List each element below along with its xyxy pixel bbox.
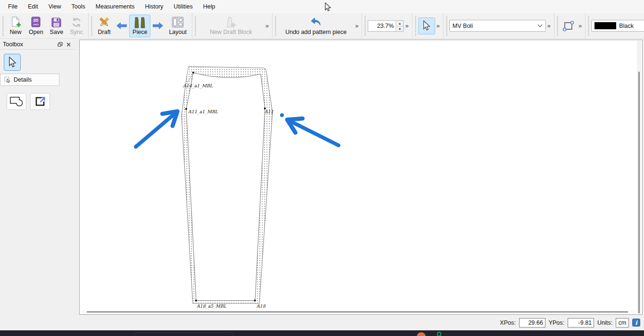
draft-block-toolbar-group: New Draft Block »: [192, 13, 272, 38]
zoom-spin-up-button[interactable]: ▲: [396, 21, 403, 26]
overflow-chevron[interactable]: »: [546, 22, 552, 29]
taskbar-search-pill[interactable]: [134, 332, 233, 336]
toolbar-drag-handle[interactable]: [274, 16, 277, 36]
ypos-value: -9.81: [568, 318, 594, 328]
label-font-value: MV Boli: [453, 23, 535, 29]
toolbar-drag-handle[interactable]: [414, 16, 417, 36]
label-font-dropdown[interactable]: MV Boli: [449, 20, 546, 32]
toolbox-float-button[interactable]: [56, 41, 64, 48]
open-button[interactable]: 2DSM2D Open: [25, 15, 47, 37]
draft-mode-label: Draft: [98, 29, 111, 35]
shape-tool-toolbar-group: »: [554, 13, 585, 38]
sync-button: Sync: [66, 15, 86, 37]
main-toolbar: New 2DSM2D Open Save Sync: [0, 13, 644, 39]
new-button[interactable]: New: [6, 15, 25, 37]
save-button[interactable]: Save: [47, 15, 67, 37]
color-swatch-black: [594, 22, 616, 29]
layout-mode-label: Layout: [169, 29, 187, 35]
zoom-spin-down-button[interactable]: ▼: [396, 26, 403, 31]
overflow-chevron[interactable]: »: [354, 22, 360, 29]
toolbox-header: Toolbox: [0, 40, 75, 50]
toolbar-drag-handle[interactable]: [556, 16, 559, 36]
sync-button-label: Sync: [70, 29, 83, 35]
info-button[interactable]: i: [632, 319, 640, 327]
new-button-label: New: [9, 29, 21, 35]
menu-file[interactable]: File: [3, 1, 23, 12]
cursor-arrow-icon: [8, 57, 17, 68]
horizontal-scrollbar-thumb[interactable]: [87, 311, 628, 312]
open-sm2d-file-icon: 2DSM2D: [31, 16, 41, 28]
save-button-label: Save: [50, 29, 64, 35]
menu-measurements[interactable]: Measurements: [91, 1, 140, 12]
units-label: Units:: [597, 319, 612, 326]
toolbox-details-label: Details: [14, 76, 32, 83]
layout-mode-button[interactable]: Layout: [165, 15, 190, 37]
piece-pattern-icon: [134, 16, 146, 28]
point-label-a11[interactable]: A11: [264, 109, 273, 114]
new-draft-block-button: New Draft Block: [198, 15, 264, 37]
export-details-tool-button[interactable]: [30, 93, 50, 110]
zoom-value[interactable]: 23.7%: [368, 23, 396, 29]
cursor-arrow-icon: [422, 20, 431, 32]
path-shape-tool-button[interactable]: [560, 17, 577, 34]
toolbar-drag-handle[interactable]: [364, 16, 366, 36]
taskbar-app-icon-green[interactable]: [437, 332, 441, 336]
taskbar-app-icon-orange[interactable]: [417, 332, 426, 336]
menu-tools[interactable]: Tools: [66, 1, 91, 12]
line-color-dropdown[interactable]: Black: [591, 20, 644, 32]
toolbar-drag-handle[interactable]: [91, 16, 93, 36]
chevron-down-icon: [537, 24, 543, 27]
annotation-arrow-left: [136, 112, 176, 147]
open-button-label: Open: [29, 29, 43, 35]
toolbox-close-button[interactable]: [64, 41, 73, 48]
horizontal-scrollbar[interactable]: [80, 310, 636, 314]
point-label-a18-mbl[interactable]: A18_a5_MBL: [196, 303, 227, 309]
toolbar-drag-handle[interactable]: [194, 16, 197, 36]
annotation-arrow-right: [289, 120, 339, 145]
toolbar-drag-handle[interactable]: [587, 16, 590, 36]
undo-toolbar-group: Undo add pattern piece »: [272, 13, 362, 38]
svg-text:2D: 2D: [33, 18, 39, 23]
toolbox-title: Toolbox: [3, 41, 56, 48]
workspace: Toolbox Details: [0, 39, 644, 315]
font-toolbar-group: MV Boli »: [443, 13, 554, 38]
toolbar-drag-handle[interactable]: [2, 16, 4, 36]
mode-right-arrow-icon: [150, 22, 165, 30]
toolbox-details-tab[interactable]: Details: [0, 74, 59, 86]
menu-utilities[interactable]: Utilities: [168, 1, 198, 12]
toolbox-select-tool-button[interactable]: [4, 54, 21, 71]
undo-button[interactable]: Undo add pattern piece: [278, 15, 354, 37]
point-label-a18[interactable]: A18: [256, 303, 266, 309]
vertical-scrollbar[interactable]: [637, 41, 641, 313]
draft-canvas[interactable]: A14_a1_MBL A11_a1_MBL A11 A18_a5_MBL A18: [79, 40, 643, 315]
new-draft-block-label: New Draft Block: [210, 29, 252, 35]
vertical-scrollbar-thumb[interactable]: [638, 72, 640, 313]
annotation-dot: [280, 113, 284, 117]
seam-line: [186, 73, 265, 301]
pattern-piece[interactable]: A14_a1_MBL A11_a1_MBL A11 A18_a5_MBL A18: [182, 67, 273, 309]
save-floppy-icon: [51, 16, 62, 28]
menu-help[interactable]: Help: [198, 1, 221, 12]
overflow-chevron[interactable]: »: [264, 22, 270, 29]
menu-view[interactable]: View: [43, 1, 66, 12]
menu-edit[interactable]: Edit: [23, 1, 43, 12]
point-label-a14[interactable]: A14_a1_MBL: [182, 83, 213, 89]
point-label-a11-mbl[interactable]: A11_a1_MBL: [188, 109, 218, 115]
union-tool-button[interactable]: [7, 93, 26, 110]
draft-mode-button[interactable]: Draft: [94, 15, 114, 37]
toolbar-drag-handle[interactable]: [446, 16, 448, 36]
pattern-piece-view: A14_a1_MBL A11_a1_MBL A11 A18_a5_MBL A18: [80, 40, 642, 314]
undo-arrow-icon: [310, 16, 322, 28]
overflow-chevron[interactable]: »: [435, 22, 441, 29]
os-taskbar[interactable]: [0, 330, 644, 336]
details-select-icon: [4, 76, 11, 83]
menu-history[interactable]: History: [140, 1, 168, 12]
mode-toolbar-group: Draft Piece Layout: [88, 13, 192, 38]
overflow-chevron[interactable]: »: [404, 22, 410, 29]
overflow-chevron[interactable]: »: [577, 22, 583, 29]
status-bar: XPos: 29.66 YPos: -9.81 Units: cm i: [0, 315, 644, 330]
piece-mode-button[interactable]: Piece: [129, 15, 150, 37]
zoom-spinbox[interactable]: 23.7% ▲ ▼: [368, 20, 404, 32]
xpos-value: 29.66: [519, 318, 545, 328]
select-tool-button[interactable]: [418, 17, 435, 34]
